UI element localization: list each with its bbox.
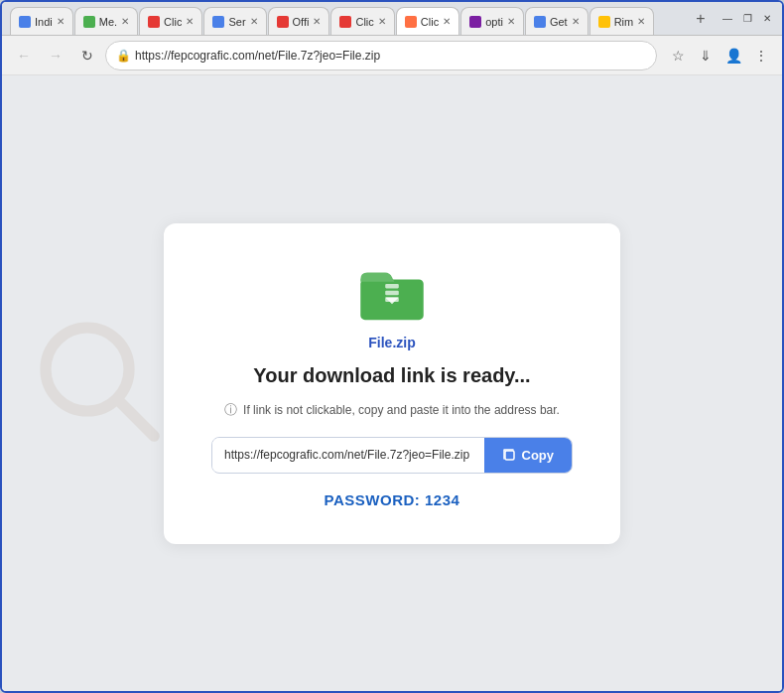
browser-window: Indi✕Me.✕Clic✕Ser✕Offi✕Clic✕Clic✕opti✕Ge… bbox=[0, 0, 784, 693]
tab-close-tab1[interactable]: ✕ bbox=[53, 16, 65, 27]
browser-tab-tab5[interactable]: Offi✕ bbox=[268, 7, 330, 35]
forward-button[interactable]: → bbox=[42, 42, 69, 69]
download-card: File.zip Your download link is ready... … bbox=[164, 223, 620, 544]
file-icon-wrapper bbox=[358, 259, 426, 327]
tab-close-tab5[interactable]: ✕ bbox=[309, 16, 321, 27]
browser-tab-tab4[interactable]: Ser✕ bbox=[203, 7, 266, 35]
tab-favicon-tab9 bbox=[534, 16, 546, 28]
tab-favicon-tab2 bbox=[83, 16, 95, 28]
tab-label-tab4: Ser bbox=[228, 16, 245, 28]
tab-label-tab8: opti bbox=[485, 16, 503, 28]
browser-tab-tab2[interactable]: Me.✕ bbox=[74, 7, 138, 35]
tab-label-tab10: Rim bbox=[614, 16, 634, 28]
tab-label-tab9: Get bbox=[550, 16, 568, 28]
tab-label-tab3: Clic bbox=[164, 16, 182, 28]
close-button[interactable]: ✕ bbox=[760, 12, 774, 26]
tab-label-tab2: Me. bbox=[99, 16, 117, 28]
browser-tab-tab1[interactable]: Indi✕ bbox=[10, 7, 73, 35]
nav-actions: ☆ ⇓ 👤 ⋮ bbox=[665, 43, 774, 69]
lock-icon: 🔒 bbox=[116, 49, 131, 63]
tab-close-tab3[interactable]: ✕ bbox=[182, 16, 194, 27]
file-name: File.zip bbox=[368, 335, 415, 350]
tab-favicon-tab10 bbox=[598, 16, 610, 28]
copy-button[interactable]: Copy bbox=[484, 438, 573, 473]
tab-close-tab9[interactable]: ✕ bbox=[568, 16, 580, 27]
profile-button[interactable]: 👤 bbox=[720, 43, 746, 69]
tab-close-tab2[interactable]: ✕ bbox=[117, 16, 129, 27]
magnifier-decoration bbox=[32, 314, 171, 453]
restore-button[interactable]: ❐ bbox=[740, 12, 754, 26]
tab-close-tab7[interactable]: ✕ bbox=[439, 16, 451, 27]
window-controls: — ❐ ✕ bbox=[720, 12, 774, 26]
password-row: PASSWORD: 1234 bbox=[325, 491, 460, 508]
info-row: ⓘ If link is not clickable, copy and pas… bbox=[224, 401, 560, 419]
browser-tab-tab10[interactable]: Rim✕ bbox=[589, 7, 655, 35]
svg-rect-3 bbox=[385, 283, 399, 288]
tab-label-tab6: Clic bbox=[355, 16, 373, 28]
tab-label-tab1: Indi bbox=[35, 16, 53, 28]
tab-favicon-tab3 bbox=[148, 16, 160, 28]
info-icon: ⓘ bbox=[224, 401, 237, 419]
menu-button[interactable]: ⋮ bbox=[748, 43, 774, 69]
tab-close-tab4[interactable]: ✕ bbox=[246, 16, 258, 27]
new-tab-button[interactable]: + bbox=[689, 7, 713, 31]
copy-button-label: Copy bbox=[522, 448, 555, 463]
bookmark-star-button[interactable]: ☆ bbox=[665, 43, 691, 69]
url-copy-row: https://fepcografic.com/net/File.7z?jeo=… bbox=[211, 437, 573, 474]
info-text: If link is not clickable, copy and paste… bbox=[243, 403, 560, 417]
back-button[interactable]: ← bbox=[10, 42, 38, 69]
zip-file-icon bbox=[358, 259, 426, 327]
tab-favicon-tab5 bbox=[277, 16, 289, 28]
svg-point-0 bbox=[46, 328, 129, 411]
tab-favicon-tab1 bbox=[19, 16, 31, 28]
tab-close-tab10[interactable]: ✕ bbox=[633, 16, 645, 27]
browser-tab-tab7[interactable]: Clic✕ bbox=[396, 7, 459, 35]
tab-close-tab8[interactable]: ✕ bbox=[503, 16, 515, 27]
svg-rect-4 bbox=[385, 290, 399, 295]
tab-favicon-tab7 bbox=[405, 16, 417, 28]
browser-tab-tab6[interactable]: Clic✕ bbox=[330, 7, 394, 35]
download-title: Your download link is ready... bbox=[253, 364, 530, 387]
tab-label-tab5: Offi bbox=[293, 16, 310, 28]
tab-favicon-tab4 bbox=[212, 16, 224, 28]
downloads-button[interactable]: ⇓ bbox=[693, 43, 719, 69]
copy-icon bbox=[502, 448, 516, 462]
nav-bar: ← → ↻ 🔒 https://fepcografic.com/net/File… bbox=[2, 36, 782, 75]
url-field[interactable]: https://fepcografic.com/net/File.7z?jeo=… bbox=[212, 438, 484, 472]
refresh-button[interactable]: ↻ bbox=[73, 42, 101, 69]
minimize-button[interactable]: — bbox=[720, 12, 734, 26]
title-bar: Indi✕Me.✕Clic✕Ser✕Offi✕Clic✕Clic✕opti✕Ge… bbox=[2, 2, 782, 36]
tab-close-tab6[interactable]: ✕ bbox=[374, 16, 386, 27]
address-text: https://fepcografic.com/net/File.7z?jeo=… bbox=[135, 49, 380, 63]
browser-tab-tab9[interactable]: Get✕ bbox=[525, 7, 588, 35]
tab-label-tab7: Clic bbox=[421, 16, 439, 28]
svg-rect-7 bbox=[505, 451, 514, 460]
content-area: RISK.COM bbox=[2, 75, 782, 691]
browser-tab-tab8[interactable]: opti✕ bbox=[460, 7, 524, 35]
tab-favicon-tab6 bbox=[339, 16, 351, 28]
svg-line-1 bbox=[118, 400, 154, 436]
address-bar[interactable]: 🔒 https://fepcografic.com/net/File.7z?je… bbox=[105, 41, 657, 70]
tabs-area: Indi✕Me.✕Clic✕Ser✕Offi✕Clic✕Clic✕opti✕Ge… bbox=[10, 2, 685, 35]
browser-tab-tab3[interactable]: Clic✕ bbox=[139, 7, 202, 35]
tab-favicon-tab8 bbox=[469, 16, 481, 28]
